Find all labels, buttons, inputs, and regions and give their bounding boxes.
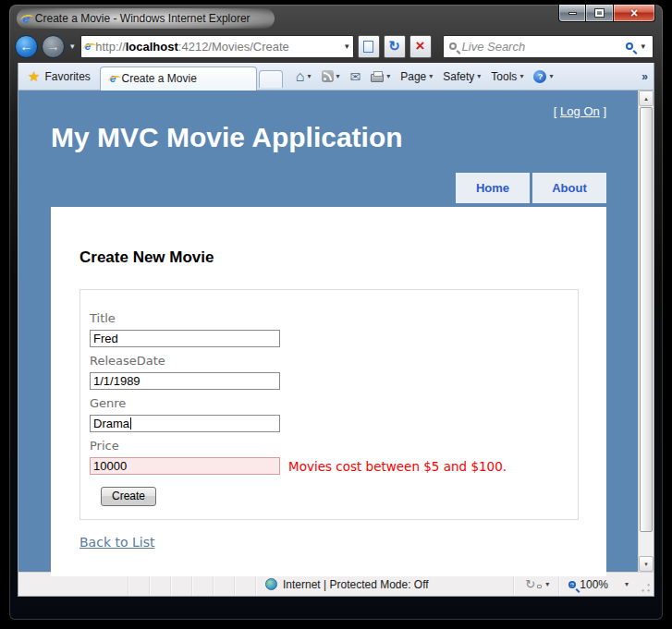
- refresh-button[interactable]: ↻: [384, 35, 406, 58]
- protected-mode-dropdown[interactable]: ▾: [545, 580, 549, 588]
- history-dropdown[interactable]: ▾: [68, 42, 77, 51]
- price-value: 10000: [93, 459, 127, 473]
- favorites-button[interactable]: ★ Favorites: [24, 66, 100, 88]
- address-bar[interactable]: e http://localhost:4212/Movies/Create ▾: [80, 35, 354, 58]
- search-box[interactable]: Live Search ▾: [443, 35, 654, 58]
- favorites-label: Favorites: [44, 70, 90, 83]
- logon-bracket-left: [: [554, 104, 557, 118]
- back-button[interactable]: ←: [15, 35, 38, 58]
- home-button[interactable]: ⌂▾: [292, 67, 315, 87]
- internet-zone-globe-icon: [265, 578, 277, 590]
- mail-icon: ✉: [350, 70, 361, 83]
- text-cursor: [130, 417, 131, 429]
- zoom-level: 100%: [580, 578, 608, 591]
- compatibility-view-button[interactable]: [358, 35, 380, 58]
- window-title: Create a Movie - Windows Internet Explor…: [35, 12, 250, 25]
- log-on-link[interactable]: Log On: [560, 104, 600, 118]
- zoom-magnifier-icon: +: [568, 581, 576, 588]
- tab-home[interactable]: Home: [456, 173, 530, 203]
- tab-create-a-movie[interactable]: e Create a Movie: [100, 67, 257, 91]
- favorites-star-icon: ★: [28, 68, 40, 85]
- help-icon: ?: [533, 70, 546, 83]
- help-button[interactable]: ?▾: [530, 67, 556, 86]
- tab-title: Create a Movie: [122, 72, 197, 85]
- print-dropdown-icon: ▾: [386, 72, 390, 80]
- help-dropdown-icon: ▾: [549, 72, 553, 80]
- safety-dropdown-icon: ▾: [477, 72, 481, 80]
- stop-button[interactable]: ×: [409, 35, 432, 58]
- maximize-button[interactable]: [586, 5, 613, 22]
- zone-status-text: Internet | Protected Mode: Off: [283, 578, 429, 591]
- back-to-list-link[interactable]: Back to List: [79, 535, 154, 550]
- search-options-dropdown[interactable]: ▾: [639, 42, 647, 51]
- resize-grip[interactable]: [640, 583, 651, 594]
- compatibility-icon: [363, 41, 373, 53]
- window-title-pill: e Create a Movie - Windows Internet Expl…: [17, 8, 275, 29]
- page-title: My MVC Movie Application: [51, 122, 606, 153]
- caption-buttons: ×: [558, 5, 655, 22]
- page-viewport: [ Log On ] My MVC Movie Application Home…: [18, 91, 654, 572]
- genre-label: Genre: [90, 396, 578, 410]
- vertical-scrollbar[interactable]: ▴ ▾: [638, 91, 654, 572]
- title-label: Title: [90, 311, 578, 325]
- page-content-column: [ Log On ] My MVC Movie Application Home…: [18, 91, 638, 572]
- zoom-dropdown-icon[interactable]: ▾: [625, 580, 629, 588]
- title-input[interactable]: Fred: [90, 330, 280, 347]
- search-icon: [449, 42, 457, 50]
- site-navigation: Home About: [51, 173, 606, 203]
- title-bar: e Create a Movie - Windows Internet Expl…: [9, 5, 663, 30]
- safety-menu-label: Safety: [443, 70, 474, 83]
- print-button[interactable]: ▾: [367, 67, 394, 85]
- form-title: Create New Movie: [79, 248, 579, 267]
- lock-icon: [537, 585, 542, 588]
- browser-window: e Create a Movie - Windows Internet Expl…: [9, 5, 663, 620]
- tools-menu-button[interactable]: Tools▾: [487, 67, 527, 86]
- maximize-icon: [595, 9, 604, 17]
- scroll-up-button[interactable]: ▴: [639, 91, 654, 106]
- read-mail-button[interactable]: ✉: [347, 67, 365, 86]
- logon-area: [ Log On ]: [51, 91, 606, 122]
- scrollbar-thumb[interactable]: [640, 107, 653, 532]
- forward-button[interactable]: →: [42, 35, 65, 58]
- page-menu-label: Page: [400, 70, 426, 83]
- scrollbar-track[interactable]: [639, 533, 654, 556]
- rss-feed-icon: [322, 70, 334, 82]
- genre-value: Drama: [93, 417, 129, 430]
- genre-input[interactable]: Drama: [90, 415, 280, 432]
- protected-mode-icon: ↻: [525, 577, 535, 591]
- navigation-bar: ← → ▾ e http://localhost:4212/Movies/Cre…: [9, 30, 663, 63]
- price-validation-message: Movies cost between $5 and $100.: [288, 459, 507, 474]
- page-menu-button[interactable]: Page▾: [397, 67, 436, 86]
- address-dropdown[interactable]: ▾: [345, 42, 349, 51]
- new-tab-button[interactable]: [259, 70, 283, 88]
- close-button[interactable]: ×: [613, 5, 655, 22]
- releasedate-value: 1/1/1989: [93, 374, 141, 388]
- url-text: http://localhost:4212/Movies/Create: [95, 40, 289, 54]
- more-toolbar-chevron[interactable]: »: [641, 70, 654, 83]
- minimize-button[interactable]: [558, 5, 586, 22]
- releasedate-input[interactable]: 1/1/1989: [90, 372, 280, 390]
- main-content-box: Create New Movie Title Fred ReleaseDate …: [51, 207, 606, 576]
- search-placeholder: Live Search: [462, 40, 621, 54]
- ie-logo-icon: e: [22, 12, 30, 25]
- zoom-control[interactable]: + 100% ▾: [559, 578, 634, 591]
- favorites-command-bar: ★ Favorites e Create a Movie ⌂▾ ▾ ✉ ▾ Pa…: [18, 63, 654, 91]
- home-icon: ⌂: [296, 69, 305, 84]
- feeds-button[interactable]: ▾: [318, 67, 344, 85]
- go-search-icon[interactable]: [626, 42, 633, 50]
- tab-favicon: e: [110, 73, 116, 84]
- command-bar: ⌂▾ ▾ ✉ ▾ Page▾ Safety▾ Tools▾ ?▾ »: [292, 67, 654, 87]
- scroll-down-button[interactable]: ▾: [639, 556, 654, 572]
- tools-menu-label: Tools: [491, 70, 517, 83]
- browser-client-area: ★ Favorites e Create a Movie ⌂▾ ▾ ✉ ▾ Pa…: [18, 63, 654, 597]
- page-favicon: e: [85, 41, 92, 52]
- printer-icon: [371, 74, 384, 82]
- create-button[interactable]: Create: [101, 487, 156, 506]
- home-dropdown-icon: ▾: [307, 72, 311, 80]
- safety-menu-button[interactable]: Safety▾: [439, 67, 484, 86]
- feeds-dropdown-icon: ▾: [336, 72, 340, 80]
- movie-form-fieldset: Title Fred ReleaseDate 1/1/1989 Genre Dr…: [79, 289, 579, 520]
- price-row: 10000 Movies cost between $5 and $100.: [90, 457, 578, 475]
- price-input[interactable]: 10000: [90, 457, 280, 475]
- tab-about[interactable]: About: [532, 173, 606, 203]
